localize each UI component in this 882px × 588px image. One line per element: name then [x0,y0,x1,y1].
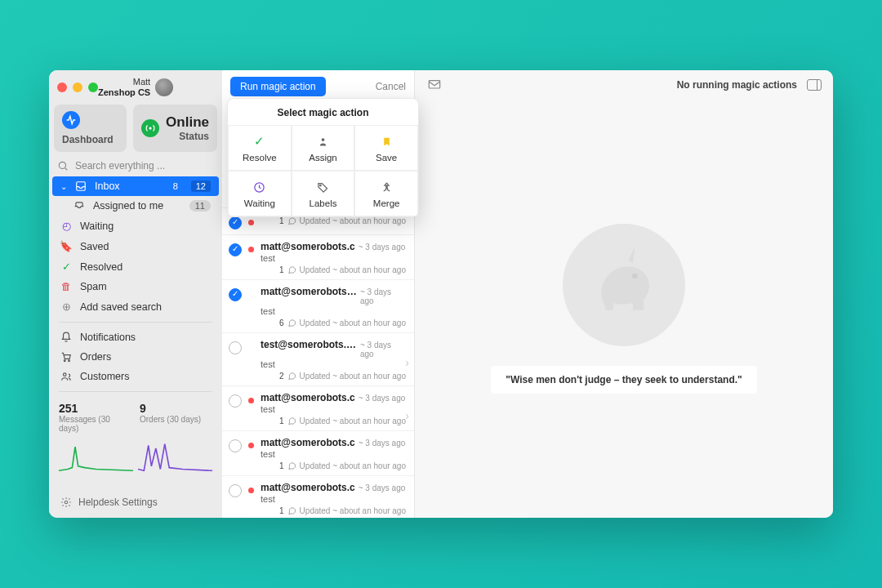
status-card[interactable]: Online Status [133,105,217,152]
thread-count: 1 [279,265,284,274]
status-label: Status [179,131,209,142]
status-dot [248,247,254,252]
comment-icon [287,216,296,225]
action-save-label: Save [376,153,397,163]
thread-meta: Updated ~ about an hour ago [300,416,406,425]
merge-icon [381,180,393,194]
footer-settings[interactable]: Helpdesk Settings [49,487,222,518]
user-info[interactable]: Matt Zenshop CS [98,77,150,98]
nav-assigned[interactable]: Assigned to me 11 [49,196,222,216]
thread-item[interactable]: matt@somerobots.c~ 3 days agotest1Update… [222,234,414,279]
dashboard-label: Dashboard [62,134,118,145]
nav-add-saved-label: Add saved search [80,301,162,313]
mail-icon[interactable] [426,78,443,91]
nav-resolved[interactable]: ✓ Resolved [49,256,222,277]
nav-notifications[interactable]: Notifications [49,327,222,347]
assigned-count: 11 [189,200,211,212]
stats-block: 251 Messages (30 days) 9 Orders (30 days… [49,397,222,438]
action-save[interactable]: Save [354,125,418,171]
thread-item[interactable]: matt@somerobots.c~ 3 days agotest1Update… [222,475,414,518]
search-placeholder: Search everything ... [75,160,165,172]
orders-count: 9 [140,402,212,415]
run-magic-action-button[interactable]: Run magic action [230,77,326,96]
select-checkbox[interactable] [229,394,242,408]
chevron-right-icon: › [405,409,409,422]
dashboard-card[interactable]: Dashboard [54,105,127,152]
select-checkbox[interactable] [229,484,242,497]
action-assign[interactable]: Assign [292,125,355,171]
status-dot [248,398,254,403]
status-value: Online [166,114,209,131]
panel-toggle-icon[interactable] [807,79,822,91]
inbox-total-count: 12 [191,180,211,192]
action-waiting[interactable]: Waiting [228,171,292,216]
svg-point-11 [632,274,638,279]
select-checkbox[interactable] [229,341,242,354]
chevron-down-icon: ⌄ [60,182,67,191]
thread-item[interactable]: matt@somerobots.c~ 3 days agotest1Update… [222,430,414,475]
status-dot [248,345,254,350]
sidebar: Matt Zenshop CS Dashboard Online Statu [49,70,222,518]
select-checkbox[interactable] [229,243,242,256]
clock-icon: ◴ [60,220,72,232]
status-dot [248,220,254,225]
select-checkbox[interactable] [229,288,242,301]
avatar[interactable] [155,78,173,96]
thread-item[interactable]: test@somerobots.com~ 3 days agotest2Upda… [222,332,414,385]
nav-add-saved[interactable]: ⊕ Add saved search [49,296,222,317]
check-icon: ✓ [60,261,72,273]
thread-date: ~ 3 days ago [359,439,406,448]
search-input[interactable]: Search everything ... [57,160,214,172]
thread-item[interactable]: matt@somerobots.com~ 3 days agotest6Upda… [222,279,414,332]
action-resolve[interactable]: ✓ Resolve [228,125,292,171]
detail-pane: No running magic actions "Wise men don't… [415,70,833,518]
thread-subject: test [261,306,406,316]
action-merge[interactable]: Merge [354,171,418,216]
action-labels[interactable]: Labels [292,171,355,216]
select-checkbox[interactable] [229,216,242,229]
broadcast-icon [141,119,159,137]
nav-customers[interactable]: Customers [49,367,222,386]
thread-meta: Updated ~ about an hour ago [300,265,406,274]
thread-date: ~ 3 days ago [360,341,406,359]
nav-waiting[interactable]: ◴ Waiting [49,216,222,236]
assigned-icon [74,200,85,212]
empty-quote: "Wise men don't judge – they seek to und… [491,366,757,394]
orders-sparkline [138,438,212,475]
nav-notifications-label: Notifications [80,332,136,343]
select-checkbox[interactable] [229,439,242,452]
comment-icon [287,372,296,381]
thread-meta: Updated ~ about an hour ago [300,506,406,515]
thread-count: 1 [279,216,284,225]
empty-illustration [563,224,685,346]
status-dot [248,488,254,493]
thread-item[interactable]: matt@somerobots.c~ 3 days agotest1Update… [222,385,414,430]
comment-icon [287,318,296,327]
nav-saved-label: Saved [80,241,109,252]
nav-spam[interactable]: 🗑 Spam [49,277,222,296]
nav-inbox[interactable]: ⌄ Inbox 8 12 [52,176,219,196]
cancel-button[interactable]: Cancel [376,81,406,92]
popover-title: Select magic action [228,99,418,125]
messages-count: 251 [59,402,131,415]
nav-customers-label: Customers [80,371,129,382]
nav-assigned-label: Assigned to me [93,200,163,212]
status-dot [248,443,254,448]
users-icon [60,371,72,382]
inbox-icon [75,180,87,192]
action-assign-label: Assign [309,153,337,163]
nav-orders[interactable]: Orders [49,347,222,367]
titlebar: Matt Zenshop CS [49,70,222,105]
thread-from: matt@somerobots.c [261,392,355,403]
minimize-window-button[interactable] [73,82,82,92]
divider [59,391,212,392]
nav-orders-label: Orders [80,351,111,363]
nav-saved[interactable]: 🔖 Saved [49,236,222,256]
action-waiting-label: Waiting [244,198,275,208]
footer-label: Helpdesk Settings [78,497,158,508]
clock-icon [253,180,265,194]
thread-subject: test [261,494,406,504]
maximize-window-button[interactable] [88,82,98,92]
close-window-button[interactable] [57,82,67,92]
svg-point-4 [69,360,70,362]
